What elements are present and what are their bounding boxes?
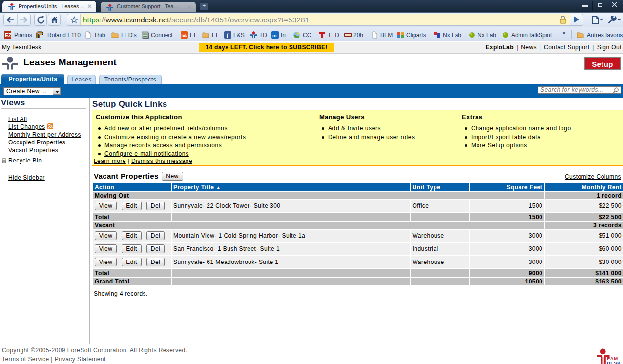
svg-text:lab: lab	[182, 33, 188, 38]
svg-text:DESK: DESK	[607, 360, 621, 364]
svg-text:EZ: EZ	[5, 33, 11, 38]
svg-text:f: f	[227, 32, 229, 39]
svg-text:in: in	[272, 33, 277, 38]
